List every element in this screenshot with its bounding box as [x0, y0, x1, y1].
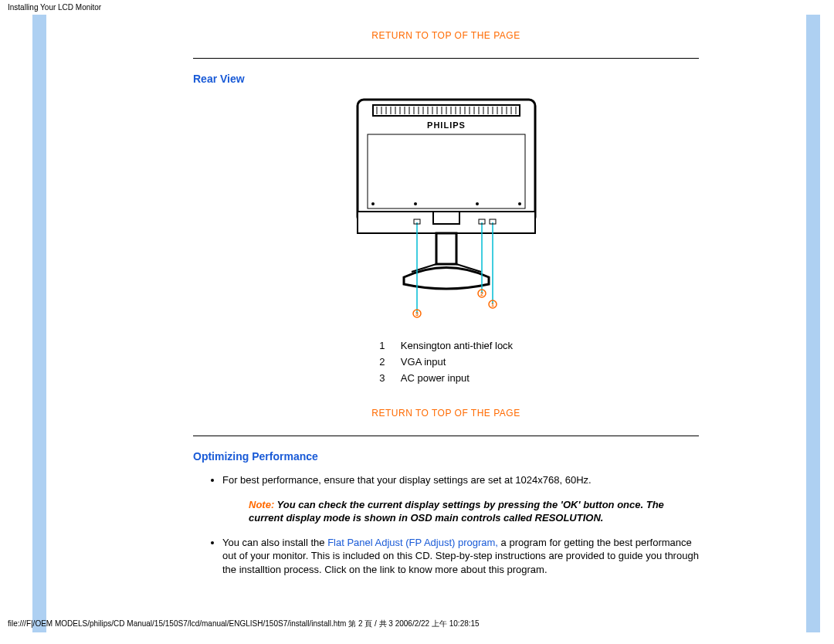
brand-label: PHILIPS: [427, 120, 466, 130]
return-top-link-2[interactable]: RETURN TO TOP OF THE PAGE: [193, 408, 699, 419]
svg-point-36: [414, 202, 417, 205]
svg-point-35: [371, 202, 375, 205]
bullet2-pre: You can also install the: [222, 537, 327, 548]
note-body: You can check the current display settin…: [249, 499, 664, 524]
table-row: 1 Kensington anti-thief lock: [371, 337, 520, 354]
table-row: 2 VGA input: [371, 354, 520, 370]
right-accent-bar: [806, 15, 820, 632]
optimizing-heading: Optimizing Performance: [193, 450, 699, 463]
rear-view-diagram: PHILIPS: [193, 96, 699, 322]
svg-rect-40: [436, 233, 456, 264]
table-row: 3 AC power input: [371, 370, 520, 386]
svg-text:1: 1: [491, 302, 494, 307]
callout-label-1: Kensington anti-thief lock: [401, 337, 520, 354]
svg-point-38: [518, 202, 521, 205]
callout-num-1: 1: [371, 337, 401, 354]
return-top-link-1[interactable]: RETURN TO TOP OF THE PAGE: [193, 30, 699, 41]
rear-callout-table: 1 Kensington anti-thief lock 2 VGA input…: [371, 337, 520, 386]
callout-label-2: VGA input: [401, 354, 520, 370]
divider-1: [193, 58, 699, 59]
svg-text:3: 3: [415, 311, 419, 317]
left-accent-bar: [32, 15, 46, 632]
print-header-text: Installing Your LCD Monitor: [8, 3, 101, 12]
note-block: Note: You can check the current display …: [249, 498, 671, 525]
print-footer-text: file:///F|/OEM MODELS/philips/CD Manual/…: [8, 619, 480, 628]
callout-num-2: 2: [371, 354, 401, 370]
return-top-link-2-text: RETURN TO TOP OF THE PAGE: [371, 408, 520, 419]
list-item: For best performance, ensure that your d…: [222, 473, 699, 487]
svg-text:2: 2: [480, 291, 483, 297]
performance-list-1: For best performance, ensure that your d…: [193, 473, 699, 487]
rear-view-heading: Rear View: [193, 73, 699, 85]
note-label: Note:: [249, 499, 277, 510]
performance-list-2: You can also install the Flat Panel Adju…: [193, 536, 699, 577]
list-item: You can also install the Flat Panel Adju…: [222, 536, 699, 577]
svg-rect-39: [433, 212, 459, 224]
monitor-rear-icon: PHILIPS: [331, 96, 562, 320]
divider-2: [193, 436, 699, 436]
callout-label-3: AC power input: [401, 370, 520, 386]
svg-rect-0: [358, 100, 535, 223]
svg-point-37: [476, 202, 479, 205]
callout-num-3: 3: [371, 370, 401, 386]
main-content: RETURN TO TOP OF THE PAGE Rear View: [193, 15, 699, 576]
print-header: Installing Your LCD Monitor: [0, 0, 834, 15]
print-footer: file:///F|/OEM MODELS/philips/CD Manual/…: [8, 619, 480, 629]
fp-adjust-link[interactable]: Flat Panel Adjust (FP Adjust) program,: [327, 537, 498, 548]
page-body: RETURN TO TOP OF THE PAGE Rear View: [0, 15, 834, 632]
return-top-link-1-text: RETURN TO TOP OF THE PAGE: [371, 30, 520, 41]
